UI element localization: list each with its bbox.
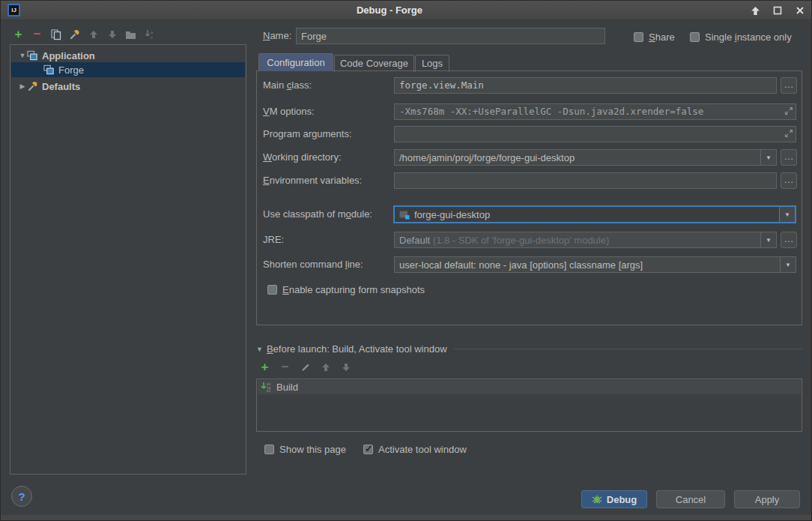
chevron-right-icon[interactable]: ▶ <box>18 82 27 90</box>
main-class-label: Main class: <box>263 77 312 94</box>
shade-window-button[interactable] <box>747 3 763 18</box>
single-instance-checkbox-row[interactable]: Single instance only <box>690 31 792 43</box>
jre-value-detail: (1.8 - SDK of 'forge-gui-desktop' module… <box>433 235 609 246</box>
vm-options-label: VM options: <box>263 103 315 120</box>
remove-task-icon[interactable]: − <box>279 362 291 373</box>
working-directory-value: /home/jamin/proj/forge/forge-gui-desktop <box>395 152 760 163</box>
tree-item-label: Defaults <box>42 81 80 92</box>
bug-icon <box>592 495 602 504</box>
show-this-page-checkbox[interactable] <box>264 445 274 454</box>
tab-configuration[interactable]: Configuration <box>258 53 333 71</box>
before-launch-task-list: 011001 Build <box>256 379 802 432</box>
svg-text:z: z <box>151 35 153 40</box>
sort-alphabetically-icon[interactable]: az <box>144 29 155 40</box>
apply-button-label: Apply <box>755 494 780 505</box>
tab-code-coverage[interactable]: Code Coverage <box>334 55 414 72</box>
titlebar[interactable]: IJ Debug - Forge <box>1 1 812 20</box>
working-directory-combo[interactable]: /home/jamin/proj/forge/forge-gui-desktop… <box>394 149 777 166</box>
close-icon <box>796 6 805 15</box>
single-instance-checkbox[interactable] <box>690 32 700 42</box>
dropdown-arrow-icon[interactable]: ▼ <box>760 232 776 247</box>
tree-item-application[interactable]: ▼ Application <box>11 48 245 63</box>
debug-button[interactable]: Debug <box>581 490 647 508</box>
single-instance-label: Single instance only <box>705 31 792 43</box>
remove-configuration-icon[interactable]: − <box>31 29 43 40</box>
svg-text:a: a <box>151 30 154 34</box>
chevron-down-icon[interactable]: ▼ <box>18 52 27 59</box>
move-task-up-icon[interactable] <box>320 362 331 373</box>
jre-label: JRE: <box>263 232 284 248</box>
jre-browse-button[interactable]: … <box>781 232 797 248</box>
expand-field-icon[interactable] <box>784 129 808 140</box>
name-input[interactable] <box>296 28 605 44</box>
tree-item-defaults[interactable]: ▶ Defaults <box>11 79 245 94</box>
share-checkbox[interactable] <box>634 32 643 42</box>
main-class-browse-button[interactable]: … <box>781 77 797 94</box>
dropdown-arrow-icon[interactable]: ▼ <box>780 257 796 272</box>
configurations-toolbar: + − az <box>13 28 155 41</box>
dropdown-arrow-icon[interactable]: ▼ <box>760 150 776 165</box>
share-checkbox-row[interactable]: Share <box>634 31 675 43</box>
move-down-icon[interactable] <box>106 29 118 40</box>
vm-options-input[interactable]: -Xms768m -XX:+UseParallelGC -Dsun.java2d… <box>394 103 796 120</box>
move-task-down-icon[interactable] <box>340 362 351 373</box>
apply-button[interactable]: Apply <box>734 490 800 508</box>
debug-button-label: Debug <box>607 494 637 505</box>
share-label: Share <box>649 31 675 43</box>
maximize-icon <box>773 6 782 15</box>
classpath-module-label: Use classpath of module: <box>263 206 372 223</box>
capture-snapshots-checkbox[interactable] <box>267 285 277 295</box>
environment-variables-label: Environment variables: <box>263 172 362 189</box>
working-directory-label: Working directory: <box>263 149 342 166</box>
activate-tool-window-label: Activate tool window <box>378 444 467 455</box>
cancel-button[interactable]: Cancel <box>656 490 725 508</box>
environment-variables-input[interactable] <box>394 172 777 189</box>
move-up-icon[interactable] <box>88 29 99 40</box>
classpath-module-combo[interactable]: forge-gui-desktop ▼ <box>393 205 796 223</box>
tab-logs[interactable]: Logs <box>415 55 449 72</box>
close-window-button[interactable] <box>792 3 808 18</box>
activate-tool-window-checkbox-row[interactable]: Activate tool window <box>363 443 467 455</box>
module-icon <box>399 209 410 220</box>
cancel-button-label: Cancel <box>676 494 706 505</box>
tree-item-label: Application <box>42 50 95 61</box>
dropdown-arrow-icon[interactable]: ▼ <box>779 207 795 222</box>
shade-up-icon <box>751 6 760 16</box>
before-launch-toolbar: + − <box>259 361 351 373</box>
show-this-page-checkbox-row[interactable]: Show this page <box>264 443 346 455</box>
tree-item-forge[interactable]: ▼ Forge <box>11 62 245 77</box>
window-title: Debug - Forge <box>1 1 778 20</box>
program-arguments-input[interactable] <box>394 126 796 142</box>
capture-snapshots-checkbox-row[interactable]: Enable capturing form snapshots <box>267 283 425 295</box>
program-arguments-label: Program arguments: <box>263 126 352 142</box>
environment-variables-browse-button[interactable]: … <box>781 172 797 189</box>
classpath-module-value: forge-gui-desktop <box>410 209 779 220</box>
copy-configuration-icon[interactable] <box>50 29 61 40</box>
edit-defaults-icon[interactable] <box>69 29 80 40</box>
task-row-build[interactable]: 011001 Build <box>258 380 801 394</box>
jre-value: Default <box>399 235 430 246</box>
show-this-page-label: Show this page <box>279 444 346 455</box>
window-bottom-edge <box>1 515 812 520</box>
separator-line <box>454 349 802 349</box>
configurations-tree: ▼ Application ▼ Forge ▶ Defaults <box>10 44 246 475</box>
expand-field-icon[interactable] <box>784 106 808 118</box>
activate-tool-window-checkbox[interactable] <box>363 445 373 454</box>
working-directory-browse-button[interactable]: … <box>781 149 797 166</box>
maximize-window-button[interactable] <box>769 3 786 18</box>
add-task-icon[interactable]: + <box>259 362 270 373</box>
svg-text:01: 01 <box>267 389 271 393</box>
collapse-arrow-icon[interactable]: ▼ <box>256 346 263 353</box>
folder-icon[interactable] <box>125 29 136 40</box>
shorten-command-line-combo[interactable]: user-local default: none - java [options… <box>394 256 796 273</box>
question-mark-icon: ? <box>18 490 25 503</box>
main-class-input[interactable]: forge.view.Main <box>394 77 777 94</box>
help-button[interactable]: ? <box>11 486 32 507</box>
build-task-icon: 011001 <box>261 382 272 393</box>
defaults-wrench-icon <box>27 81 38 92</box>
before-launch-title: Before launch: Build, Activate tool wind… <box>267 343 447 355</box>
before-launch-section-header[interactable]: ▼ Before launch: Build, Activate tool wi… <box>256 343 802 355</box>
edit-task-icon[interactable] <box>300 362 311 373</box>
add-configuration-icon[interactable]: + <box>13 29 24 40</box>
jre-combo[interactable]: Default (1.8 - SDK of 'forge-gui-desktop… <box>394 232 777 248</box>
